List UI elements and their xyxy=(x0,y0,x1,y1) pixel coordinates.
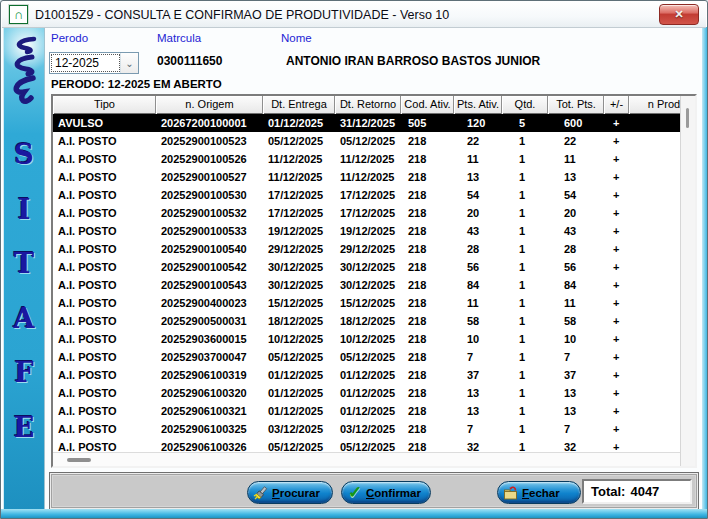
table-row[interactable]: A.I. POSTO2025290360001510/12/202510/12/… xyxy=(53,330,680,348)
periodo-combobox[interactable]: 12-2025 ⌄ xyxy=(49,52,139,74)
cell-n-prod xyxy=(629,114,680,132)
cell-cod-ativ: 218 xyxy=(401,150,454,168)
column-header-sign[interactable]: +/- xyxy=(604,96,629,114)
chevron-down-icon[interactable]: ⌄ xyxy=(120,53,138,73)
cell-sign: + xyxy=(604,402,629,420)
cell-cod-ativ: 218 xyxy=(401,438,454,452)
cell-cod-ativ: 218 xyxy=(401,168,454,186)
procurar-button[interactable]: Procurar xyxy=(247,481,333,504)
cell-n-origem: 20252900100532 xyxy=(156,204,263,222)
table-row[interactable]: A.I. POSTO2025290010052611/12/202511/12/… xyxy=(53,150,680,168)
column-header-tot-pts[interactable]: Tot. Pts. xyxy=(548,96,604,114)
productivity-table: Tipon. OrigemDt. EntregaDt. RetornoCod. … xyxy=(51,94,697,468)
cell-n-prod xyxy=(629,348,680,366)
cell-pts-ativ: 56 xyxy=(454,258,502,276)
cell-tipo: A.I. POSTO xyxy=(53,384,156,402)
cell-tipo: A.I. POSTO xyxy=(53,168,156,186)
cell-sign: + xyxy=(604,222,629,240)
table-row[interactable]: A.I. POSTO2025290010053319/12/202519/12/… xyxy=(53,222,680,240)
cell-tot-pts: 13 xyxy=(548,384,604,402)
cell-n-origem: 20267200100001 xyxy=(156,114,263,132)
table-row[interactable]: A.I. POSTO2025290370004705/12/202505/12/… xyxy=(53,348,680,366)
cell-tot-pts: 32 xyxy=(548,438,604,452)
cell-tot-pts: 58 xyxy=(548,312,604,330)
cell-qtd: 5 xyxy=(502,114,548,132)
cell-sign: + xyxy=(604,114,629,132)
cell-tot-pts: 84 xyxy=(548,276,604,294)
cell-qtd: 1 xyxy=(502,348,548,366)
flashlight-icon xyxy=(253,485,269,501)
table-row[interactable]: A.I. POSTO2025290610032101/12/202501/12/… xyxy=(53,402,680,420)
cell-cod-ativ: 218 xyxy=(401,366,454,384)
nome-label: Nome xyxy=(281,32,312,44)
cell-qtd: 1 xyxy=(502,132,548,150)
table-row[interactable]: A.I. POSTO2025290610031901/12/202501/12/… xyxy=(53,366,680,384)
table-row[interactable]: A.I. POSTO2025290010053217/12/202517/12/… xyxy=(53,204,680,222)
cell-sign: + xyxy=(604,240,629,258)
cell-cod-ativ: 218 xyxy=(401,204,454,222)
cell-pts-ativ: 37 xyxy=(454,366,502,384)
column-header-tipo[interactable]: Tipo xyxy=(53,96,156,114)
table-row[interactable]: A.I. POSTO2025290010052305/12/202505/12/… xyxy=(53,132,680,150)
sidebar-brand-strip: SITAFE xyxy=(3,28,45,510)
table-row[interactable]: A.I. POSTO2025290040002315/12/202515/12/… xyxy=(53,294,680,312)
table-row[interactable]: A.I. POSTO2025290610032001/12/202501/12/… xyxy=(53,384,680,402)
column-header-n-prod[interactable]: n Prod xyxy=(629,96,680,114)
total-label: Total: xyxy=(591,484,625,499)
cell-qtd: 1 xyxy=(502,204,548,222)
table-row[interactable]: AVULSO2026720010000101/12/202531/12/2025… xyxy=(53,114,680,132)
cell-pts-ativ: 7 xyxy=(454,420,502,438)
column-header-dt-entrega[interactable]: Dt. Entrega xyxy=(263,96,335,114)
cell-n-origem: 20252900100530 xyxy=(156,186,263,204)
column-header-pts-ativ[interactable]: Pts. Ativ. xyxy=(454,96,502,114)
brand-letter-f: F xyxy=(14,359,33,386)
cell-n-origem: 20252900100542 xyxy=(156,258,263,276)
cell-pts-ativ: 58 xyxy=(454,312,502,330)
cell-n-prod xyxy=(629,132,680,150)
cell-cod-ativ: 218 xyxy=(401,132,454,150)
vertical-scrollbar-thumb[interactable] xyxy=(686,108,689,128)
cell-pts-ativ: 13 xyxy=(454,168,502,186)
cell-dt-retorno: 30/12/2025 xyxy=(335,276,401,294)
cell-dt-entrega: 01/12/2025 xyxy=(263,402,335,420)
column-header-n-origem[interactable]: n. Origem xyxy=(156,96,263,114)
cell-tot-pts: 28 xyxy=(548,240,604,258)
table-row[interactable]: A.I. POSTO2025290010054029/12/202529/12/… xyxy=(53,240,680,258)
cell-sign: + xyxy=(604,438,629,452)
table-main: Tipon. OrigemDt. EntregaDt. RetornoCod. … xyxy=(53,96,680,466)
cell-qtd: 1 xyxy=(502,420,548,438)
cell-n-prod xyxy=(629,240,680,258)
table-row[interactable]: A.I. POSTO2025290610032605/12/202505/12/… xyxy=(53,438,680,452)
vertical-scrollbar[interactable] xyxy=(680,96,695,466)
cell-pts-ativ: 11 xyxy=(454,294,502,312)
table-row[interactable]: A.I. POSTO2025290010054330/12/202530/12/… xyxy=(53,276,680,294)
column-header-cod-ativ[interactable]: Cod. Ativ. xyxy=(401,96,454,114)
confirmar-button[interactable]: ✓ Confirmar xyxy=(341,481,431,504)
table-row[interactable]: A.I. POSTO2025290050003118/12/202518/12/… xyxy=(53,312,680,330)
window-frame-right xyxy=(702,27,707,518)
table-row[interactable]: A.I. POSTO2025290010052711/12/202511/12/… xyxy=(53,168,680,186)
table-row[interactable]: A.I. POSTO2025290010053017/12/202517/12/… xyxy=(53,186,680,204)
cell-tipo: AVULSO xyxy=(53,114,156,132)
column-header-qtd[interactable]: Qtd. xyxy=(502,96,548,114)
cell-dt-retorno: 01/12/2025 xyxy=(335,384,401,402)
table-row[interactable]: A.I. POSTO2025290610032503/12/202503/12/… xyxy=(53,420,680,438)
cell-tot-pts: 11 xyxy=(548,150,604,168)
column-header-dt-retorno[interactable]: Dt. Retorno xyxy=(335,96,401,114)
cell-cod-ativ: 218 xyxy=(401,222,454,240)
cell-n-origem: 20252906100319 xyxy=(156,366,263,384)
table-row[interactable]: A.I. POSTO2025290010054230/12/202530/12/… xyxy=(53,258,680,276)
cell-dt-entrega: 30/12/2025 xyxy=(263,258,335,276)
horizontal-scrollbar[interactable] xyxy=(53,452,680,466)
fechar-button[interactable]: Fechar xyxy=(497,481,581,504)
brand-letter-e: E xyxy=(14,414,35,441)
cell-dt-entrega: 15/12/2025 xyxy=(263,294,335,312)
cell-qtd: 1 xyxy=(502,258,548,276)
close-button[interactable]: ✕ xyxy=(659,4,699,25)
cell-tot-pts: 7 xyxy=(548,348,604,366)
title-bar[interactable]: ∩ D10015Z9 - CONSULTA E CONFIRMAO DE PRO… xyxy=(2,2,706,28)
horizontal-scrollbar-thumb[interactable] xyxy=(67,458,91,462)
cell-sign: + xyxy=(604,204,629,222)
cell-sign: + xyxy=(604,366,629,384)
cell-qtd: 1 xyxy=(502,168,548,186)
